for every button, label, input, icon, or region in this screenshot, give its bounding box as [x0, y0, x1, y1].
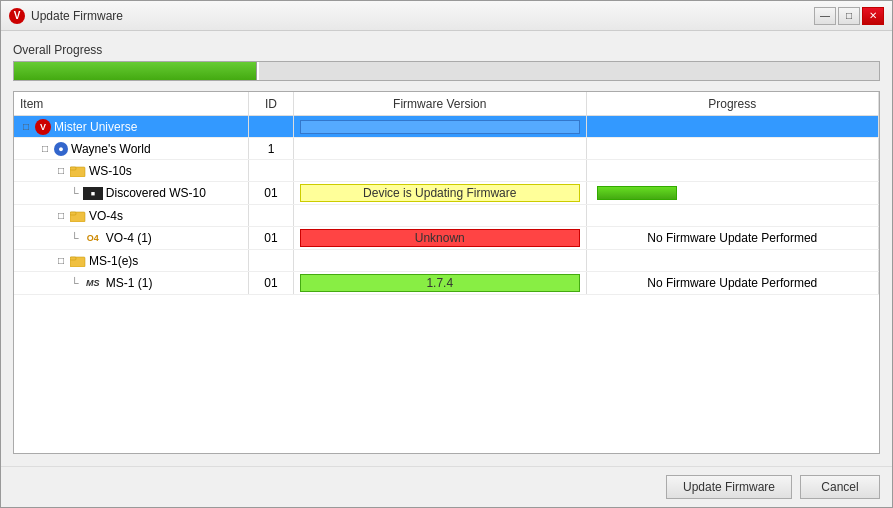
item-cell: □ V Mister Universe — [14, 116, 249, 137]
table-row[interactable]: □ VO-4s — [14, 205, 879, 227]
col-header-id: ID — [249, 92, 294, 115]
tree-toggle[interactable]: □ — [55, 165, 67, 176]
ws-device-icon: ■ — [83, 187, 103, 200]
table-header: Item ID Firmware Version Progress — [14, 92, 879, 116]
item-cell: └ O4 VO-4 (1) — [14, 227, 249, 249]
col-header-item: Item — [14, 92, 249, 115]
firmware-cell: 1.7.4 — [294, 272, 587, 294]
progress-cell — [587, 138, 880, 159]
firmware-cell — [294, 116, 587, 137]
main-window: V Update Firmware — □ ✕ Overall Progress… — [0, 0, 893, 508]
firmware-status-unknown: Unknown — [300, 229, 580, 247]
firmware-cell: Unknown — [294, 227, 587, 249]
mini-progress-bar — [597, 186, 677, 200]
close-button[interactable]: ✕ — [862, 7, 884, 25]
svg-rect-1 — [70, 167, 76, 170]
id-cell — [249, 116, 294, 137]
item-cell: □ ● Wayne's World — [14, 138, 249, 159]
overall-progress-section: Overall Progress — [13, 43, 880, 81]
tree-toggle[interactable]: □ — [55, 255, 67, 266]
overall-progress-bar — [13, 61, 880, 81]
table-row[interactable]: □ ● Wayne's World 1 — [14, 138, 879, 160]
connector-line: └ — [71, 277, 79, 289]
title-bar-buttons: — □ ✕ — [814, 7, 884, 25]
tree-toggle[interactable]: □ — [39, 143, 51, 154]
folder-icon — [70, 254, 86, 267]
update-firmware-button[interactable]: Update Firmware — [666, 475, 792, 499]
footer: Update Firmware Cancel — [1, 466, 892, 507]
firmware-status-updating: Device is Updating Firmware — [300, 184, 580, 202]
ms-device-icon: MS — [83, 275, 103, 291]
id-cell — [249, 160, 294, 181]
universe-icon: V — [35, 119, 51, 135]
firmware-cell — [294, 138, 587, 159]
item-cell: □ WS-10s — [14, 160, 249, 181]
progress-cell: No Firmware Update Performed — [587, 227, 880, 249]
progress-cell — [587, 182, 880, 204]
overall-progress-label: Overall Progress — [13, 43, 880, 57]
col-header-progress: Progress — [587, 92, 880, 115]
id-cell — [249, 205, 294, 226]
table-row[interactable]: □ WS-10s — [14, 160, 879, 182]
id-cell: 01 — [249, 272, 294, 294]
progress-marker — [256, 62, 259, 80]
item-name: MS-1 (1) — [106, 276, 153, 290]
item-cell: □ MS-1(e)s — [14, 250, 249, 271]
item-cell: □ VO-4s — [14, 205, 249, 226]
device-table: Item ID Firmware Version Progress □ V Mi… — [13, 91, 880, 454]
svg-rect-5 — [70, 257, 76, 260]
progress-cell: No Firmware Update Performed — [587, 272, 880, 294]
firmware-cell — [294, 250, 587, 271]
progress-cell — [587, 250, 880, 271]
progress-cell — [587, 160, 880, 181]
firmware-cell: Device is Updating Firmware — [294, 182, 587, 204]
id-cell: 01 — [249, 182, 294, 204]
title-bar: V Update Firmware — □ ✕ — [1, 1, 892, 31]
connector-line: └ — [71, 187, 79, 199]
folder-icon — [70, 209, 86, 222]
content-area: Overall Progress Item ID Firmware Versio… — [1, 31, 892, 466]
cancel-button[interactable]: Cancel — [800, 475, 880, 499]
item-name: MS-1(e)s — [89, 254, 138, 268]
connector-line: └ — [71, 232, 79, 244]
vo-device-icon: O4 — [83, 230, 103, 246]
table-row[interactable]: └ O4 VO-4 (1) 01 Unknown No Firmware Upd… — [14, 227, 879, 250]
id-cell: 01 — [249, 227, 294, 249]
tree-toggle[interactable]: □ — [20, 121, 32, 132]
minimize-button[interactable]: — — [814, 7, 836, 25]
item-name: Wayne's World — [71, 142, 151, 156]
title-bar-left: V Update Firmware — [9, 8, 123, 24]
firmware-cell — [294, 160, 587, 181]
item-cell: └ ■ Discovered WS-10 — [14, 182, 249, 204]
progress-cell — [587, 116, 880, 137]
planet-icon: ● — [54, 142, 68, 156]
progress-cell — [587, 205, 880, 226]
id-cell — [249, 250, 294, 271]
item-cell: └ MS MS-1 (1) — [14, 272, 249, 294]
app-icon: V — [9, 8, 25, 24]
item-name: Discovered WS-10 — [106, 186, 206, 200]
maximize-button[interactable]: □ — [838, 7, 860, 25]
id-cell: 1 — [249, 138, 294, 159]
window-title: Update Firmware — [31, 9, 123, 23]
overall-progress-fill — [14, 62, 256, 80]
table-body: □ V Mister Universe — [14, 116, 879, 453]
item-name: Mister Universe — [54, 120, 137, 134]
table-row[interactable]: □ V Mister Universe — [14, 116, 879, 138]
tree-toggle[interactable]: □ — [55, 210, 67, 221]
table-row[interactable]: □ MS-1(e)s — [14, 250, 879, 272]
firmware-cell — [294, 205, 587, 226]
svg-rect-3 — [70, 212, 76, 215]
item-name: VO-4s — [89, 209, 123, 223]
table-row[interactable]: └ MS MS-1 (1) 01 1.7.4 No Firmware Updat… — [14, 272, 879, 295]
folder-icon — [70, 164, 86, 177]
item-name: VO-4 (1) — [106, 231, 152, 245]
item-name: WS-10s — [89, 164, 132, 178]
col-header-firmware: Firmware Version — [294, 92, 587, 115]
table-row[interactable]: └ ■ Discovered WS-10 01 Device is Updati… — [14, 182, 879, 205]
firmware-version: 1.7.4 — [300, 274, 580, 292]
